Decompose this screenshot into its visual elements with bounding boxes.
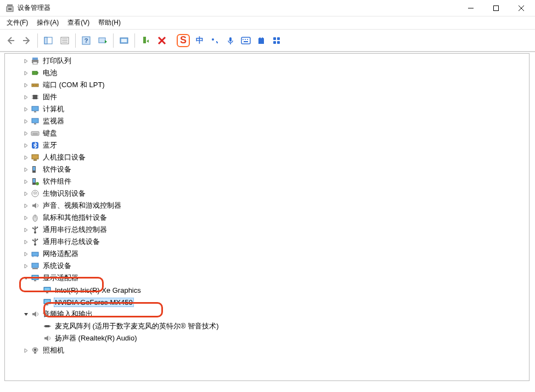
ime-sogou-icon[interactable]: S xyxy=(177,34,190,47)
twisty-icon[interactable] xyxy=(21,179,30,184)
svg-rect-32 xyxy=(277,37,280,40)
tree-node-keyboards[interactable]: 键盘 xyxy=(5,127,521,139)
twisty-icon[interactable] xyxy=(21,83,30,88)
device-tree[interactable]: 打印队列电池端口 (COM 和 LPT)固件计算机监视器键盘蓝牙人机接口设备软件… xyxy=(5,54,521,380)
hid-icon xyxy=(30,153,40,162)
tree-node-usb-devices[interactable]: 通用串行总线设备 xyxy=(5,236,521,248)
ime-skin-button[interactable] xyxy=(256,35,267,46)
menu-view[interactable]: 查看(V) xyxy=(63,17,94,29)
minimize-button[interactable] xyxy=(458,0,483,16)
twisty-icon[interactable] xyxy=(21,155,30,160)
twisty-icon[interactable] xyxy=(21,131,30,136)
tree-node-label: 固件 xyxy=(42,92,58,103)
menu-file[interactable]: 文件(F) xyxy=(2,17,32,29)
tree-node-ports[interactable]: 端口 (COM 和 LPT) xyxy=(5,79,521,91)
uninstall-device-button[interactable] xyxy=(154,32,170,49)
ime-softkeyboard-button[interactable] xyxy=(240,35,251,46)
keyboard-icon xyxy=(30,129,40,138)
tree-node-sound[interactable]: 声音、视频和游戏控制器 xyxy=(5,200,521,212)
tree-node-realtek-speaker[interactable]: 扬声器 (Realtek(R) Audio) xyxy=(5,332,521,344)
tree-node-computer[interactable]: 计算机 xyxy=(5,103,521,115)
tree-node-label: 鼠标和其他指针设备 xyxy=(42,212,108,223)
tree-node-firmware[interactable]: 固件 xyxy=(5,91,521,103)
tree-node-software-components[interactable]: 软件组件 xyxy=(5,175,521,188)
tree-node-cameras[interactable]: 照相机 xyxy=(5,344,521,356)
forward-button[interactable] xyxy=(19,32,35,49)
speaker-icon xyxy=(30,310,40,319)
twisty-icon[interactable] xyxy=(21,215,30,220)
twisty-icon[interactable] xyxy=(21,107,30,112)
tree-node-mice[interactable]: 鼠标和其他指针设备 xyxy=(5,212,521,224)
tree-node-audio-io[interactable]: 音频输入和输出 xyxy=(5,308,521,320)
back-button[interactable] xyxy=(2,32,19,49)
tree-node-print-queues[interactable]: 打印队列 xyxy=(5,55,521,67)
battery-icon xyxy=(30,69,40,77)
maximize-button[interactable] xyxy=(483,0,509,16)
ime-toolbox-button[interactable] xyxy=(271,35,282,46)
svg-rect-31 xyxy=(273,37,276,40)
tree-node-label: 监视器 xyxy=(42,116,65,127)
twisty-icon[interactable] xyxy=(21,59,30,64)
svg-marker-16 xyxy=(105,40,107,43)
tree-node-label: 蓝牙 xyxy=(42,140,58,151)
system-icon xyxy=(30,262,40,270)
tree-node-biometric[interactable]: 生物识别设备 xyxy=(5,188,521,200)
tree-node-label: 人机接口设备 xyxy=(42,152,87,163)
tree-node-system-devices[interactable]: 系统设备 xyxy=(5,260,521,272)
svg-rect-35 xyxy=(32,58,38,60)
svg-rect-37 xyxy=(33,62,37,64)
twisty-icon[interactable] xyxy=(21,276,30,281)
svg-rect-91 xyxy=(46,292,48,293)
tree-node-display-adapters[interactable]: 显示适配器 xyxy=(5,272,521,284)
net-icon xyxy=(30,249,40,258)
twisty-icon[interactable] xyxy=(21,95,30,100)
ime-lang-button[interactable]: 中 xyxy=(194,35,205,46)
twisty-icon[interactable] xyxy=(21,264,30,269)
update-driver-button[interactable] xyxy=(116,32,132,49)
tree-node-mic-array[interactable]: 麦克风阵列 (适用于数字麦克风的英特尔® 智音技术) xyxy=(5,320,521,332)
tree-node-network[interactable]: 网络适配器 xyxy=(5,248,521,260)
tree-node-batteries[interactable]: 电池 xyxy=(5,67,521,79)
display-icon xyxy=(42,298,52,306)
svg-rect-24 xyxy=(229,37,232,42)
svg-rect-2 xyxy=(8,8,12,10)
app-icon xyxy=(5,4,14,13)
twisty-icon[interactable] xyxy=(21,312,30,317)
tree-node-usb-controllers[interactable]: 通用串行总线控制器 xyxy=(5,224,521,236)
tree-node-bluetooth[interactable]: 蓝牙 xyxy=(5,139,521,151)
tree-node-monitors[interactable]: 监视器 xyxy=(5,115,521,127)
twisty-icon[interactable] xyxy=(21,119,30,124)
help-button[interactable]: ? xyxy=(78,32,94,49)
svg-rect-49 xyxy=(32,106,38,111)
menu-help[interactable]: 帮助(H) xyxy=(94,17,125,29)
twisty-icon[interactable] xyxy=(21,167,30,172)
ime-voice-button[interactable] xyxy=(225,35,236,46)
svg-rect-72 xyxy=(37,227,38,228)
close-button[interactable] xyxy=(509,0,534,16)
twisty-icon[interactable] xyxy=(21,71,30,76)
tree-node-label: 通用串行总线控制器 xyxy=(42,224,108,235)
twisty-icon[interactable] xyxy=(21,191,30,196)
enable-device-button[interactable] xyxy=(137,32,154,49)
twisty-icon[interactable] xyxy=(21,348,30,353)
tree-node-label: 麦克风阵列 (适用于数字麦克风的英特尔® 智音技术) xyxy=(54,321,219,332)
menu-action[interactable]: 操作(A) xyxy=(32,17,63,29)
twisty-icon[interactable] xyxy=(21,252,30,257)
show-hide-tree-button[interactable] xyxy=(40,32,57,49)
twisty-icon[interactable] xyxy=(21,203,30,208)
svg-rect-26 xyxy=(241,37,250,44)
ime-punct-button[interactable] xyxy=(210,35,221,46)
scan-hardware-button[interactable] xyxy=(94,32,111,49)
menubar: 文件(F) 操作(A) 查看(V) 帮助(H) xyxy=(0,16,535,30)
tree-node-intel-iris[interactable]: Intel(R) Iris(R) Xe Graphics xyxy=(5,284,521,296)
twisty-icon[interactable] xyxy=(21,228,30,232)
tree-node-hid[interactable]: 人机接口设备 xyxy=(5,151,521,163)
mic-icon xyxy=(42,322,52,331)
twisty-icon[interactable] xyxy=(21,240,30,245)
tree-node-label: 打印队列 xyxy=(42,55,72,66)
svg-rect-18 xyxy=(121,39,127,42)
properties-button[interactable] xyxy=(57,32,73,49)
tree-node-nvidia-mx450[interactable]: NVIDIA GeForce MX450 xyxy=(5,296,521,308)
tree-node-software-devices[interactable]: 软件设备 xyxy=(5,163,521,175)
twisty-icon[interactable] xyxy=(21,143,30,148)
